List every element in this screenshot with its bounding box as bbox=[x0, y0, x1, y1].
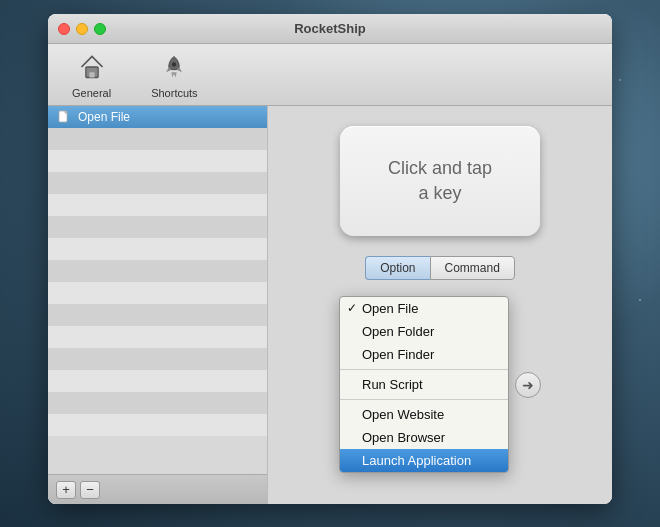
sidebar-row-1[interactable]: Open File bbox=[48, 106, 267, 128]
sidebar-row-7[interactable] bbox=[48, 238, 267, 260]
sidebar-row-12[interactable] bbox=[48, 348, 267, 370]
rocket-icon bbox=[158, 51, 190, 83]
sidebar-row-8[interactable] bbox=[48, 260, 267, 282]
sidebar-row-13[interactable] bbox=[48, 370, 267, 392]
window-title: RocketShip bbox=[294, 21, 366, 36]
key-capture-text: Click and tap a key bbox=[388, 156, 492, 206]
shortcuts-label: Shortcuts bbox=[151, 87, 197, 99]
main-content: Open File + − bbox=[48, 106, 612, 504]
sidebar-row-4[interactable] bbox=[48, 172, 267, 194]
sidebar: Open File + − bbox=[48, 106, 268, 504]
sidebar-row-5[interactable] bbox=[48, 194, 267, 216]
action-arrow-button[interactable]: ➜ bbox=[515, 372, 541, 398]
svg-point-2 bbox=[172, 62, 176, 66]
modifier-row: Option Command bbox=[365, 256, 515, 280]
svg-rect-1 bbox=[89, 72, 94, 77]
menu-item-open-finder[interactable]: Open Finder bbox=[340, 343, 508, 366]
dropdown-container: Open File Open Folder Open Finder Run Sc… bbox=[288, 296, 592, 473]
sidebar-row-9[interactable] bbox=[48, 282, 267, 304]
sidebar-row-3[interactable] bbox=[48, 150, 267, 172]
sidebar-list: Open File bbox=[48, 106, 267, 474]
toolbar-shortcuts[interactable]: Shortcuts bbox=[143, 47, 205, 103]
general-label: General bbox=[72, 87, 111, 99]
close-button[interactable] bbox=[58, 23, 70, 35]
remove-item-button[interactable]: − bbox=[80, 481, 100, 499]
add-item-button[interactable]: + bbox=[56, 481, 76, 499]
title-bar: RocketShip bbox=[48, 14, 612, 44]
menu-separator-2 bbox=[340, 399, 508, 400]
option-modifier-button[interactable]: Option bbox=[365, 256, 429, 280]
menu-separator-1 bbox=[340, 369, 508, 370]
sidebar-row-14[interactable] bbox=[48, 392, 267, 414]
arrow-right-icon: ➜ bbox=[522, 377, 534, 393]
sidebar-row-2[interactable] bbox=[48, 128, 267, 150]
sidebar-item-label-1: Open File bbox=[78, 110, 130, 124]
file-icon-1 bbox=[56, 109, 72, 125]
command-modifier-button[interactable]: Command bbox=[430, 256, 515, 280]
toolbar: General Shortcuts bbox=[48, 44, 612, 106]
minimize-button[interactable] bbox=[76, 23, 88, 35]
sidebar-footer: + − bbox=[48, 474, 267, 504]
sidebar-row-15[interactable] bbox=[48, 414, 267, 436]
menu-item-launch-application[interactable]: Launch Application bbox=[340, 449, 508, 472]
sidebar-row-10[interactable] bbox=[48, 304, 267, 326]
menu-item-run-script[interactable]: Run Script bbox=[340, 373, 508, 396]
toolbar-general[interactable]: General bbox=[64, 47, 119, 103]
maximize-button[interactable] bbox=[94, 23, 106, 35]
sidebar-row-6[interactable] bbox=[48, 216, 267, 238]
menu-item-open-file[interactable]: Open File bbox=[340, 297, 508, 320]
right-panel: Click and tap a key Option Command Open … bbox=[268, 106, 612, 504]
menu-item-open-browser[interactable]: Open Browser bbox=[340, 426, 508, 449]
main-window: RocketShip General bbox=[48, 14, 612, 504]
menu-item-open-website[interactable]: Open Website bbox=[340, 403, 508, 426]
sidebar-row-11[interactable] bbox=[48, 326, 267, 348]
house-icon bbox=[76, 51, 108, 83]
key-capture-area[interactable]: Click and tap a key bbox=[340, 126, 540, 236]
traffic-lights bbox=[58, 23, 106, 35]
menu-item-open-folder[interactable]: Open Folder bbox=[340, 320, 508, 343]
action-dropdown-menu: Open File Open Folder Open Finder Run Sc… bbox=[339, 296, 509, 473]
